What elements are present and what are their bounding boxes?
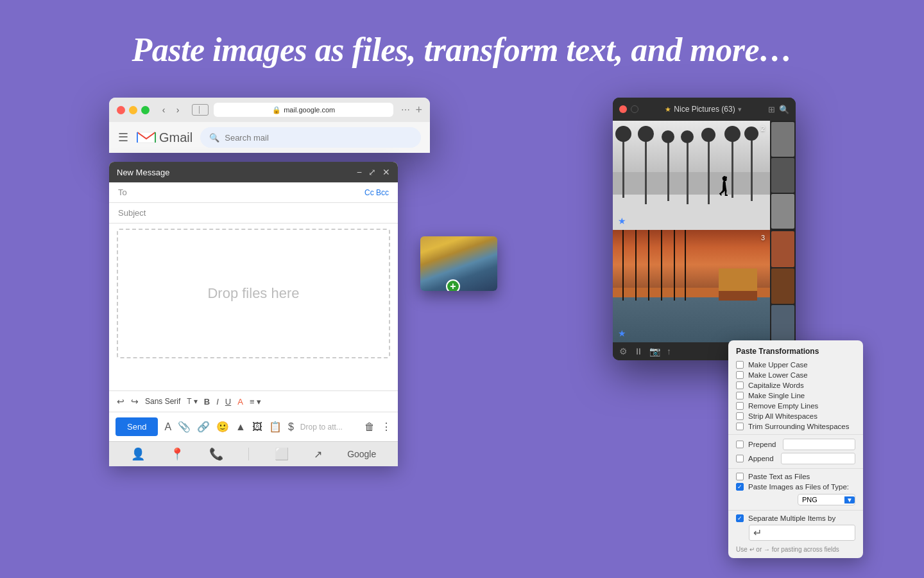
more-apps-icon[interactable]: ⬜ <box>275 447 289 461</box>
strip-whitespace-checkbox[interactable] <box>736 412 744 420</box>
walking-figure: 🚶 <box>712 175 735 197</box>
paste-option-empty-lines[interactable]: Remove Empty Lines <box>728 401 863 411</box>
photos-window-chrome: ★ Nice Pictures (63) ▾ ⊞ 🔍 <box>613 98 796 121</box>
photos-star-icon: ★ <box>665 105 671 114</box>
paste-images-as-files-checkbox[interactable]: ✓ <box>736 483 744 491</box>
photo-1-number: 2 <box>761 125 765 132</box>
photos-title-text: Nice Pictures (63) <box>674 105 735 114</box>
gmail-dock: 👤 📍 📞 ⬜ ↗ Google <box>109 441 398 466</box>
separate-items-checkbox[interactable]: ✓ <box>736 514 744 522</box>
make-lower-case-checkbox[interactable] <box>736 371 744 379</box>
underline-button[interactable]: U <box>225 397 231 407</box>
font-selector[interactable]: Sans Serif <box>145 397 180 406</box>
compose-subject-field[interactable]: Subject <box>109 203 398 223</box>
paste-text-as-files-checkbox[interactable] <box>736 473 744 480</box>
paste-divider-3 <box>728 510 863 511</box>
file-type-selector[interactable]: PNG ▼ <box>798 494 855 505</box>
photos-grid-icon[interactable]: ⊞ <box>768 105 775 114</box>
link-icon[interactable]: 🔗 <box>197 421 210 433</box>
format-icon[interactable]: A <box>164 421 171 433</box>
forward-button[interactable]: › <box>171 103 184 116</box>
bold-button[interactable]: B <box>204 397 210 407</box>
compose-cc-button[interactable]: Cc Bcc <box>364 188 389 197</box>
new-tab-button[interactable]: + <box>415 103 422 117</box>
send-button[interactable]: Send <box>116 417 158 436</box>
separate-input[interactable]: ↵ <box>749 525 855 541</box>
clipboard-icon[interactable]: 📋 <box>269 421 282 433</box>
capitalize-words-checkbox[interactable] <box>736 381 744 389</box>
sidebar-toggle-button[interactable] <box>192 104 209 116</box>
photo-2-number: 3 <box>761 234 765 241</box>
drive-icon[interactable]: ▲ <box>235 421 246 433</box>
delete-draft-icon[interactable]: 🗑 <box>364 421 375 433</box>
emoji-icon[interactable]: 🙂 <box>216 421 229 433</box>
paste-option-append[interactable]: Append <box>728 451 863 466</box>
attach-file-icon[interactable]: 📎 <box>178 421 191 433</box>
money-icon[interactable]: $ <box>288 421 294 433</box>
prepend-label: Prepend <box>748 441 776 448</box>
photo-2-star-icon[interactable]: ★ <box>618 328 626 338</box>
compose-close-button[interactable]: ✕ <box>382 167 390 177</box>
paste-option-separate[interactable]: ✓ Separate Multiple Items by <box>728 513 863 523</box>
append-input[interactable] <box>781 453 855 464</box>
maximize-traffic-light[interactable] <box>141 106 150 114</box>
append-checkbox[interactable] <box>736 455 744 462</box>
gmail-window: ‹ › 🔒 mail.google.com ⋯ + ☰ Gmail <box>109 98 430 153</box>
open-in-new-icon[interactable]: ↗ <box>314 448 322 460</box>
paste-option-strip-whitespace[interactable]: Strip All Whitespaces <box>728 411 863 421</box>
text-color-button[interactable]: A <box>237 397 243 407</box>
close-traffic-light[interactable] <box>117 106 125 114</box>
photo-bw-image[interactable]: 🚶 2 ★ <box>613 121 770 230</box>
photos-close-button[interactable] <box>619 105 627 113</box>
search-icon: 🔍 <box>209 133 219 143</box>
make-single-line-checkbox[interactable] <box>736 392 744 399</box>
photos-share-icon[interactable]: ↑ <box>667 346 671 356</box>
prepend-input[interactable] <box>783 439 855 450</box>
paste-option-images-as-files[interactable]: ✓ Paste Images as Files of Type: <box>728 482 863 492</box>
meet-icon[interactable]: 📍 <box>170 447 184 461</box>
contacts-icon[interactable]: 👤 <box>131 447 145 461</box>
italic-button[interactable]: I <box>216 397 219 407</box>
paste-option-capitalize[interactable]: Capitalize Words <box>728 380 863 390</box>
photo-sunset-image[interactable]: 3 ★ <box>613 230 770 342</box>
redo-button[interactable]: ↪ <box>131 396 139 407</box>
photos-settings-icon[interactable]: ⚙ <box>619 346 628 356</box>
file-type-dropdown-arrow[interactable]: ▼ <box>844 496 855 504</box>
make-upper-case-checkbox[interactable] <box>736 361 744 369</box>
paste-option-upper[interactable]: Make Upper Case <box>728 360 863 370</box>
separate-input-row: ↵ <box>728 523 863 543</box>
remove-empty-lines-checkbox[interactable] <box>736 402 744 410</box>
paste-popup-title: Paste Transformations <box>728 340 863 360</box>
photo-icon[interactable]: 🖼 <box>252 421 262 433</box>
paste-transformations-popup: Paste Transformations Make Upper Case Ma… <box>728 340 863 558</box>
font-size-button[interactable]: T ▾ <box>187 397 197 406</box>
back-button[interactable]: ‹ <box>157 103 170 116</box>
undo-button[interactable]: ↩ <box>117 396 124 407</box>
trim-whitespace-checkbox[interactable] <box>736 423 744 430</box>
paste-option-single-line[interactable]: Make Single Line <box>728 390 863 401</box>
photos-minimize-button[interactable] <box>631 105 638 113</box>
window-chrome: ‹ › 🔒 mail.google.com ⋯ + <box>109 98 430 122</box>
gmail-search-bar[interactable]: 🔍 Search mail <box>200 127 421 148</box>
address-bar[interactable]: 🔒 mail.google.com <box>214 103 393 117</box>
minimize-traffic-light[interactable] <box>129 106 137 114</box>
paste-option-trim-whitespace[interactable]: Trim Surrounding Whitespaces <box>728 421 863 432</box>
paste-option-lower[interactable]: Make Lower Case <box>728 370 863 380</box>
dragged-image: + <box>420 236 497 291</box>
align-button[interactable]: ≡ ▾ <box>250 397 261 407</box>
photo-1-star-icon[interactable]: ★ <box>618 216 626 226</box>
compose-to-field[interactable]: To Cc Bcc <box>109 182 398 203</box>
photos-camera-icon[interactable]: 📷 <box>649 346 660 356</box>
prepend-checkbox[interactable] <box>736 441 744 448</box>
compose-expand-button[interactable]: ⤢ <box>368 167 376 177</box>
paste-option-prepend[interactable]: Prepend <box>728 437 863 451</box>
more-options-icon[interactable]: ⋮ <box>381 421 391 433</box>
paste-option-text-as-files[interactable]: Paste Text as Files <box>728 471 863 482</box>
compose-minimize-button[interactable]: − <box>357 167 362 177</box>
gmail-menu-icon[interactable]: ☰ <box>118 130 128 144</box>
photos-pause-icon[interactable]: ⏸ <box>634 346 643 356</box>
photos-search-icon[interactable]: 🔍 <box>779 105 789 114</box>
share-button[interactable]: ⋯ <box>401 105 410 115</box>
file-type-selector-row: PNG ▼ <box>728 492 863 507</box>
phone-icon[interactable]: 📞 <box>209 447 223 461</box>
